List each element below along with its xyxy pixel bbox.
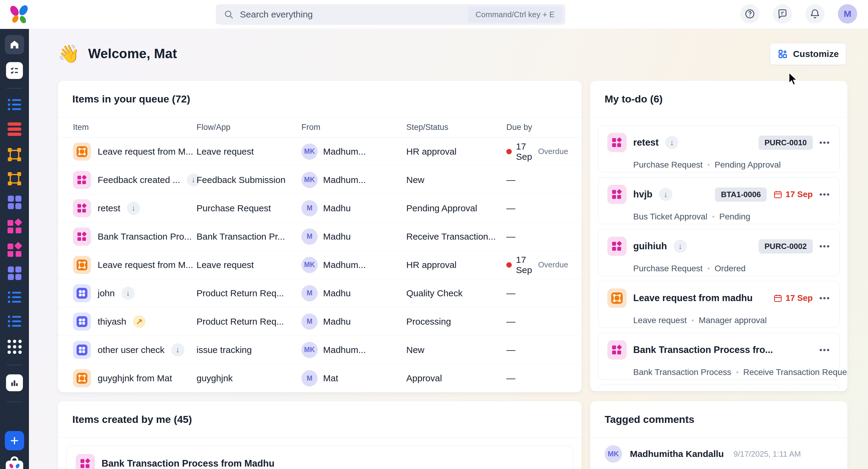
customize-button[interactable]: Customize <box>770 43 846 65</box>
download-arrow-icon[interactable]: ↓ <box>665 136 678 149</box>
database-icon <box>7 122 22 136</box>
comment-author: Madhumitha Kandallu <box>630 449 724 459</box>
created-item[interactable]: Bank Transaction Process from Madhu Rece… <box>66 446 573 469</box>
table-row[interactable]: Leave request from M... Leave request MK… <box>58 137 582 166</box>
more-menu-button[interactable]: ••• <box>819 138 830 147</box>
app-icon <box>607 133 627 152</box>
process-icon <box>8 148 21 161</box>
sidebar-item-flow-blue-3[interactable] <box>8 316 21 327</box>
todo-item[interactable]: hvjb ↓ BTA1-0006 17 Sep ••• Bus Ticket A… <box>598 177 840 224</box>
item-from: Madhum... <box>323 260 366 270</box>
sidebar-item-process-1[interactable] <box>8 148 21 161</box>
process-icon <box>73 256 91 274</box>
todo-item-title: hvjb <box>633 189 652 200</box>
bell-icon <box>809 8 820 19</box>
created-title: Items created by me (45) <box>72 413 192 425</box>
table-row[interactable]: retest↓ Purchase Request MMadhu Pending … <box>58 194 582 222</box>
sidebar-item-flow-blue-2[interactable] <box>8 291 21 303</box>
sidebar-item-home[interactable] <box>5 35 24 54</box>
download-arrow-icon[interactable]: ↓ <box>674 240 687 253</box>
todo-item[interactable]: Leave request from madhu 17 Sep ••• Leav… <box>598 281 840 328</box>
sidebar-item-app-pink-1[interactable] <box>7 219 22 233</box>
app-icon <box>607 340 627 359</box>
todo-item[interactable]: guihiuh ↓ PURC-0002 ••• Purchase Request… <box>598 229 840 276</box>
sidebar-item-app-pink-2[interactable] <box>7 243 22 257</box>
col-due[interactable]: Due by <box>506 123 567 132</box>
download-arrow-icon[interactable]: ↓ <box>127 201 140 215</box>
feedback-button[interactable] <box>773 4 792 24</box>
help-icon <box>744 8 755 19</box>
queue-table-header: Item Flow/App From Step/Status Due by <box>58 118 582 137</box>
kissflow-logo-icon[interactable] <box>10 5 28 24</box>
todo-item-flow: Bank Transaction Process <box>633 368 731 377</box>
notifications-button[interactable] <box>805 4 825 24</box>
sidebar-item-tasks[interactable] <box>6 62 23 79</box>
sidebar <box>0 29 29 469</box>
table-row[interactable]: Feedback created ...↓ Feedback Submissio… <box>58 166 582 194</box>
items-in-queue-card: Items in your queue (72) Item Flow/App F… <box>58 81 582 393</box>
sidebar-item-board-2[interactable] <box>8 267 22 280</box>
download-arrow-icon[interactable]: ↓ <box>121 287 135 300</box>
col-from[interactable]: From <box>301 123 406 132</box>
board-icon <box>73 341 91 359</box>
download-arrow-icon[interactable]: ↓ <box>659 188 673 201</box>
table-row[interactable]: guyghjnk from Mat guyghjnk MMat Approval… <box>58 364 582 393</box>
widget-add-icon <box>777 49 788 59</box>
item-status: Processing <box>406 316 506 327</box>
marketplace-button[interactable] <box>6 461 23 469</box>
avatar: MK <box>301 342 318 358</box>
more-menu-button[interactable]: ••• <box>819 293 830 303</box>
sidebar-item-dataset[interactable] <box>7 122 22 136</box>
overdue-dot-icon <box>506 262 512 268</box>
table-row[interactable]: other user check↓ issue tracking MKMadhu… <box>58 336 582 364</box>
todo-item[interactable]: retest ↓ PURC-0010 ••• Purchase Request•… <box>598 125 840 173</box>
item-status: Quality Check <box>406 288 506 299</box>
todo-item[interactable]: Bank Transaction Process fro... ••• Bank… <box>598 333 840 380</box>
more-menu-button[interactable]: ••• <box>819 345 830 355</box>
sidebar-item-process-2[interactable] <box>8 172 21 185</box>
col-flow[interactable]: Flow/App <box>196 123 301 132</box>
item-from: Madhum... <box>323 147 366 157</box>
table-row[interactable]: Leave request from M... Leave request MK… <box>58 251 582 279</box>
process-icon <box>73 143 91 161</box>
sidebar-item-analytics[interactable] <box>6 374 23 391</box>
todo-item-partial[interactable] <box>598 385 840 390</box>
col-status[interactable]: Step/Status <box>406 123 506 132</box>
create-new-button[interactable] <box>5 431 24 450</box>
board-icon <box>8 196 22 209</box>
todo-card-header: My to-do (6) <box>590 81 847 118</box>
item-flow: Product Return Req... <box>196 316 301 327</box>
table-row[interactable]: john↓ Product Return Req... MMadhu Quali… <box>58 279 582 307</box>
more-menu-button[interactable]: ••• <box>819 190 830 199</box>
avatar: M <box>301 200 318 216</box>
item-from: Mat <box>323 373 338 383</box>
item-from: Madhum... <box>323 345 366 355</box>
user-avatar[interactable]: M <box>838 4 857 24</box>
item-title: Feedback created ... <box>98 175 180 185</box>
separator-dot: • <box>707 264 710 273</box>
todo-item-flow: Leave request <box>633 316 687 325</box>
list-icon <box>8 291 21 303</box>
table-row[interactable]: Bank Transaction Pro... Bank Transaction… <box>58 222 582 251</box>
item-status: HR approval <box>406 147 506 157</box>
todo-item-flow: Purchase Request <box>633 264 703 273</box>
col-item[interactable]: Item <box>73 123 196 132</box>
todo-item-status: Pending <box>719 212 750 222</box>
item-title: other user check <box>98 345 164 355</box>
sidebar-item-all-apps[interactable] <box>7 340 22 354</box>
shared-arrow-icon[interactable]: ↗ <box>133 315 146 328</box>
more-menu-button[interactable]: ••• <box>819 242 830 251</box>
comment-item[interactable]: MK Madhumitha Kandallu 9/17/2025, 1:11 A… <box>590 438 847 469</box>
app-icon <box>73 227 91 246</box>
avatar: M <box>301 285 318 302</box>
search-input[interactable] <box>240 9 468 20</box>
download-arrow-icon[interactable]: ↓ <box>171 343 184 356</box>
item-from: Madhu <box>323 288 351 299</box>
sidebar-item-flow-blue-1[interactable] <box>8 99 21 110</box>
item-due: — <box>506 316 516 327</box>
app-icon <box>73 199 91 217</box>
table-row[interactable]: thiyash↗ Product Return Req... MMadhu Pr… <box>58 307 582 336</box>
help-button[interactable] <box>740 4 760 24</box>
global-search[interactable]: Command/Ctrl key + E <box>216 4 565 25</box>
sidebar-item-board-1[interactable] <box>8 196 22 209</box>
